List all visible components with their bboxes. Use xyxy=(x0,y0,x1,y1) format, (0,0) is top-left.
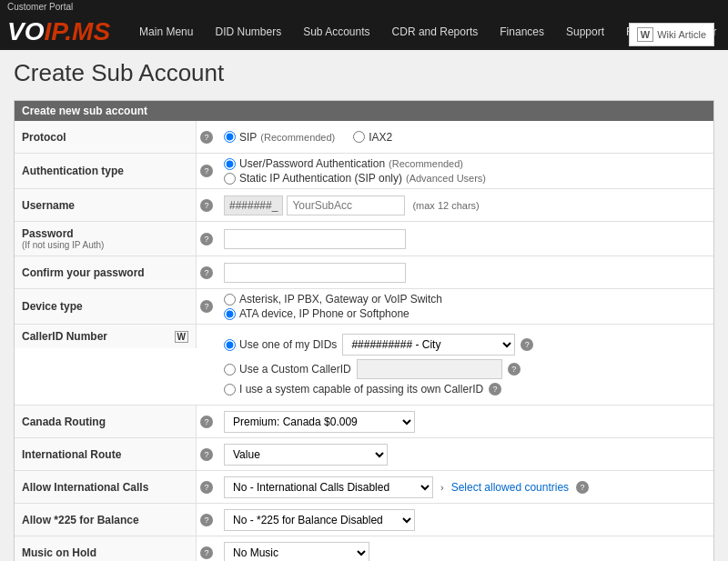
password-row: Password (If not using IP Auth) ? xyxy=(15,222,713,256)
protocol-row: Protocol ? SIP (Recommended) IAX2 xyxy=(15,121,713,154)
confirm-password-field xyxy=(217,259,713,286)
callerid-my-dids-option[interactable]: Use one of my DIDs xyxy=(224,338,337,351)
username-max-chars: (max 12 chars) xyxy=(412,200,479,211)
confirm-password-label: Confirm your password xyxy=(15,256,197,288)
device-type-field: Asterisk, IP PBX, Gateway or VoIP Switch… xyxy=(217,289,713,324)
username-help[interactable]: ? xyxy=(197,199,217,212)
auth-user-pass-option[interactable]: User/Password Authentication (Recommende… xyxy=(224,157,486,170)
protocol-sip-option[interactable]: SIP (Recommended) xyxy=(224,131,335,144)
password-help-icon[interactable]: ? xyxy=(200,233,213,245)
callerid-wiki-icon[interactable]: W xyxy=(175,331,188,343)
allow-225-select[interactable]: No - *225 for Balance Disabled xyxy=(224,509,415,531)
confirm-password-help[interactable]: ? xyxy=(197,266,217,279)
music-hold-field: No Music xyxy=(217,538,713,562)
confirm-password-help-icon[interactable]: ? xyxy=(200,266,213,279)
allow-225-field: No - *225 for Balance Disabled xyxy=(217,506,713,535)
protocol-sip-radio[interactable] xyxy=(224,131,236,143)
allow-225-help-icon[interactable]: ? xyxy=(200,514,213,526)
auth-static-ip-radio[interactable] xyxy=(224,173,236,185)
nav-cdr-reports[interactable]: CDR and Reports xyxy=(381,20,490,44)
device-asterisk-option[interactable]: Asterisk, IP PBX, Gateway or VoIP Switch xyxy=(224,293,442,306)
nav-support[interactable]: Support xyxy=(555,20,615,44)
page-title: Create Sub Account xyxy=(14,59,224,87)
allow-225-row: Allow *225 for Balance ? No - *225 for B… xyxy=(15,504,713,536)
nav-main-menu[interactable]: Main Menu xyxy=(128,20,204,44)
device-asterisk-radio[interactable] xyxy=(224,294,236,306)
wiki-article-button[interactable]: W Wiki Article xyxy=(629,23,714,46)
top-bar: Customer Portal xyxy=(0,0,728,14)
music-hold-help[interactable]: ? xyxy=(197,546,217,559)
password-input[interactable] xyxy=(224,229,406,249)
callerid-my-dids-radio[interactable] xyxy=(224,339,236,351)
confirm-password-row: Confirm your password ? xyxy=(15,256,713,289)
nav-did-numbers[interactable]: DID Numbers xyxy=(204,20,292,44)
callerid-did-select[interactable]: ########## - City xyxy=(342,334,515,356)
page-content: Create Sub Account W Wiki Article Create… xyxy=(0,50,728,561)
callerid-system-radio[interactable] xyxy=(224,384,236,396)
auth-type-field: User/Password Authentication (Recommende… xyxy=(217,154,713,188)
allow-intl-field: No - International Calls Disabled › Sele… xyxy=(217,473,713,502)
canada-routing-row: Canada Routing ? Premium: Canada $0.009 xyxy=(15,406,713,438)
customer-portal-label: Customer Portal xyxy=(7,2,73,12)
allow-intl-select[interactable]: No - International Calls Disabled xyxy=(224,476,433,498)
callerid-label: CallerID Number W xyxy=(15,325,197,348)
protocol-help-icon[interactable]: ? xyxy=(200,131,213,144)
music-hold-select[interactable]: No Music xyxy=(224,542,369,562)
device-ata-option[interactable]: ATA device, IP Phone or Softphone xyxy=(224,307,442,320)
canada-routing-select[interactable]: Premium: Canada $0.009 xyxy=(224,411,415,433)
canada-routing-help[interactable]: ? xyxy=(197,416,217,428)
callerid-custom-option[interactable]: Use a Custom CallerID xyxy=(224,363,351,376)
callerid-option1-row: Use one of my DIDs ########## - City ? xyxy=(224,334,533,356)
callerid-system-help-icon[interactable]: ? xyxy=(489,383,501,396)
intl-route-help-icon[interactable]: ? xyxy=(200,448,213,461)
device-type-help[interactable]: ? xyxy=(197,300,217,313)
password-help[interactable]: ? xyxy=(197,233,217,245)
username-prefix: #######_ xyxy=(224,195,283,215)
callerid-custom-radio[interactable] xyxy=(224,364,236,376)
intl-route-field: Value xyxy=(217,440,713,469)
auth-user-pass-radio[interactable] xyxy=(224,158,236,170)
canada-routing-help-icon[interactable]: ? xyxy=(200,416,213,428)
auth-type-help-icon[interactable]: ? xyxy=(200,165,213,177)
device-type-label: Device type xyxy=(15,289,197,324)
allow-intl-label: Allow International Calls xyxy=(15,471,197,503)
auth-static-ip-option[interactable]: Static IP Authentication (SIP only) (Adv… xyxy=(224,172,486,185)
protocol-iax2-option[interactable]: IAX2 xyxy=(353,131,392,144)
callerid-system-option[interactable]: I use a system capable of passing its ow… xyxy=(224,383,483,396)
logo-text: VOIP.MS xyxy=(7,17,110,45)
protocol-iax2-radio[interactable] xyxy=(353,131,365,143)
callerid-option3-row: I use a system capable of passing its ow… xyxy=(224,383,533,396)
username-input[interactable] xyxy=(287,195,405,215)
allow-intl-countries-help-icon[interactable]: ? xyxy=(576,481,589,494)
protocol-help[interactable]: ? xyxy=(197,131,217,144)
auth-type-label: Authentication type xyxy=(15,154,197,188)
allow-225-help[interactable]: ? xyxy=(197,514,217,526)
logo: VOIP.MS xyxy=(7,17,110,46)
music-hold-help-icon[interactable]: ? xyxy=(200,546,213,559)
intl-route-label: International Route xyxy=(15,438,197,470)
callerid-did-help-icon[interactable]: ? xyxy=(521,338,533,351)
wiki-article-label: Wiki Article xyxy=(657,29,706,40)
intl-route-help[interactable]: ? xyxy=(197,448,217,461)
callerid-custom-input[interactable] xyxy=(357,359,502,379)
nav-sub-accounts[interactable]: Sub Accounts xyxy=(292,20,380,44)
device-ata-radio[interactable] xyxy=(224,308,236,320)
confirm-password-input[interactable] xyxy=(224,263,406,283)
music-hold-row: Music on Hold ? No Music xyxy=(15,536,713,561)
device-type-row: Device type ? Asterisk, IP PBX, Gateway … xyxy=(15,289,713,325)
allow-intl-row: Allow International Calls ? No - Interna… xyxy=(15,471,713,504)
callerid-custom-help-icon[interactable]: ? xyxy=(508,363,521,376)
username-label: Username xyxy=(15,189,197,221)
allow-intl-help[interactable]: ? xyxy=(197,481,217,494)
allow-intl-help-icon[interactable]: ? xyxy=(200,481,213,494)
protocol-field: SIP (Recommended) IAX2 xyxy=(217,127,713,147)
canada-routing-label: Canada Routing xyxy=(15,406,197,437)
nav-finances[interactable]: Finances xyxy=(489,20,555,44)
username-help-icon[interactable]: ? xyxy=(200,199,213,212)
device-type-help-icon[interactable]: ? xyxy=(200,300,213,313)
auth-type-help[interactable]: ? xyxy=(197,165,217,177)
password-label: Password (If not using IP Auth) xyxy=(15,222,197,255)
select-allowed-countries-link[interactable]: Select allowed countries xyxy=(451,481,569,494)
intl-route-select[interactable]: Value xyxy=(224,444,388,466)
intl-route-row: International Route ? Value xyxy=(15,438,713,471)
